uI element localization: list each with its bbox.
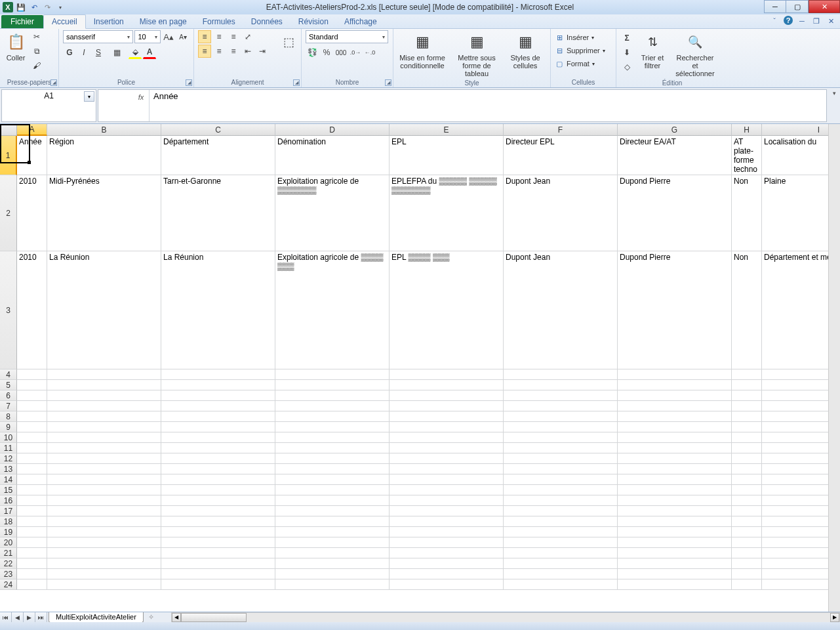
row-header-24[interactable]: 24	[0, 579, 17, 590]
cell-E14[interactable]	[390, 474, 504, 485]
cell-A3[interactable]: 2010	[17, 251, 47, 369]
cell-E7[interactable]	[390, 401, 504, 411]
cell-H15[interactable]	[732, 485, 762, 495]
cell-H17[interactable]	[732, 506, 762, 516]
sheet-nav-prev-icon[interactable]: ◀	[12, 612, 24, 623]
cell-B6[interactable]	[47, 390, 161, 401]
row-header-23[interactable]: 23	[0, 569, 17, 579]
orientation-icon[interactable]: ⤢	[241, 30, 254, 43]
cell-C14[interactable]	[161, 474, 275, 485]
cell-G12[interactable]	[618, 453, 732, 464]
cell-A19[interactable]	[17, 527, 47, 537]
column-header-F[interactable]: F	[504, 124, 618, 136]
undo-icon[interactable]: ↶	[29, 2, 39, 12]
cell-D21[interactable]	[275, 548, 390, 558]
cell-F15[interactable]	[504, 485, 618, 495]
align-middle-icon[interactable]: ≡	[212, 30, 226, 43]
wrap-merge-button[interactable]: ⬚	[277, 30, 300, 54]
cell-G7[interactable]	[618, 401, 732, 411]
cell-F1[interactable]: Directeur EPL	[504, 136, 618, 175]
cell-C20[interactable]	[161, 537, 275, 548]
cell-C16[interactable]	[161, 495, 275, 506]
cell-F19[interactable]	[504, 527, 618, 537]
column-header-G[interactable]: G	[618, 124, 732, 136]
cell-D24[interactable]	[275, 579, 390, 590]
cell-C2[interactable]: Tarn-et-Garonne	[161, 175, 275, 251]
cell-G1[interactable]: Directeur EA/AT	[618, 136, 732, 175]
cell-H6[interactable]	[732, 390, 762, 401]
cell-B16[interactable]	[47, 495, 161, 506]
cell-E5[interactable]	[390, 380, 504, 390]
cell-F8[interactable]	[504, 411, 618, 422]
formula-input[interactable]: Année	[150, 90, 826, 121]
italic-button[interactable]: I	[77, 46, 90, 59]
cell-H21[interactable]	[732, 548, 762, 558]
name-box[interactable]: A1 ▾	[1, 89, 96, 122]
cell-A15[interactable]	[17, 485, 47, 495]
decrease-font-icon[interactable]: A▾	[176, 30, 190, 43]
format-painter-icon[interactable]: 🖌	[30, 59, 43, 72]
minimize-ribbon-icon[interactable]: ˇ	[769, 16, 780, 26]
row-header-20[interactable]: 20	[0, 537, 17, 548]
cell-A7[interactable]	[17, 401, 47, 411]
increase-decimal-icon[interactable]: .0→	[349, 46, 362, 59]
row-header-13[interactable]: 13	[0, 464, 17, 474]
font-size-combo[interactable]: 10▾	[134, 30, 161, 43]
insert-cells-button[interactable]: ⊞Insérer▾	[555, 32, 594, 43]
cell-A6[interactable]	[17, 390, 47, 401]
border-icon[interactable]: ▦	[110, 46, 123, 59]
cell-G3[interactable]: Dupond Pierre	[618, 251, 732, 369]
cell-B23[interactable]	[47, 569, 161, 579]
thousands-icon[interactable]: 000	[334, 46, 348, 59]
cells-area[interactable]: AnnéeRégionDépartementDénominationEPLDir…	[17, 136, 828, 612]
cell-styles-button[interactable]: ▦ Styles de cellules	[506, 30, 544, 71]
cell-D13[interactable]	[275, 464, 390, 474]
sheet-nav-first-icon[interactable]: ⏮	[0, 612, 12, 623]
vertical-scrollbar[interactable]	[828, 124, 840, 612]
number-dialog-launcher[interactable]: ◢	[385, 79, 391, 86]
cell-B14[interactable]	[47, 474, 161, 485]
cell-A16[interactable]	[17, 495, 47, 506]
cell-C17[interactable]	[161, 506, 275, 516]
cell-G10[interactable]	[618, 432, 732, 443]
cell-A10[interactable]	[17, 432, 47, 443]
cell-G22[interactable]	[618, 558, 732, 569]
cell-H14[interactable]	[732, 474, 762, 485]
column-header-E[interactable]: E	[390, 124, 504, 136]
alignment-dialog-launcher[interactable]: ◢	[293, 79, 300, 86]
cell-H20[interactable]	[732, 537, 762, 548]
column-header-B[interactable]: B	[47, 124, 161, 136]
cell-C7[interactable]	[161, 401, 275, 411]
cell-D8[interactable]	[275, 411, 390, 422]
cell-A20[interactable]	[17, 537, 47, 548]
cell-G2[interactable]: Dupond Pierre	[618, 175, 732, 251]
name-box-dropdown-icon[interactable]: ▾	[84, 91, 94, 102]
row-header-21[interactable]: 21	[0, 548, 17, 558]
cell-F12[interactable]	[504, 453, 618, 464]
cell-A8[interactable]	[17, 411, 47, 422]
cell-A1[interactable]: Année	[17, 136, 47, 175]
cell-A21[interactable]	[17, 548, 47, 558]
cell-E2[interactable]: EPLEFPA du ▒▒▒▒▒ ▒▒▒▒▒ ▒▒▒▒▒▒▒	[390, 175, 504, 251]
cell-H3[interactable]: Non	[732, 251, 762, 369]
cell-F11[interactable]	[504, 443, 618, 453]
cell-D17[interactable]	[275, 506, 390, 516]
cell-F6[interactable]	[504, 390, 618, 401]
row-header-17[interactable]: 17	[0, 506, 17, 516]
cell-H16[interactable]	[732, 495, 762, 506]
tab-revision[interactable]: Révision	[290, 15, 336, 28]
cell-A23[interactable]	[17, 569, 47, 579]
percent-icon[interactable]: %	[320, 46, 333, 59]
select-all-corner[interactable]	[0, 124, 17, 136]
cell-B7[interactable]	[47, 401, 161, 411]
cell-B8[interactable]	[47, 411, 161, 422]
align-right-icon[interactable]: ≡	[227, 45, 240, 58]
cell-F17[interactable]	[504, 506, 618, 516]
cell-A9[interactable]	[17, 422, 47, 432]
cell-D5[interactable]	[275, 380, 390, 390]
align-left-icon[interactable]: ≡	[198, 45, 211, 58]
align-top-icon[interactable]: ≡	[198, 30, 211, 43]
cell-F5[interactable]	[504, 380, 618, 390]
cell-E9[interactable]	[390, 422, 504, 432]
cell-G24[interactable]	[618, 579, 732, 590]
